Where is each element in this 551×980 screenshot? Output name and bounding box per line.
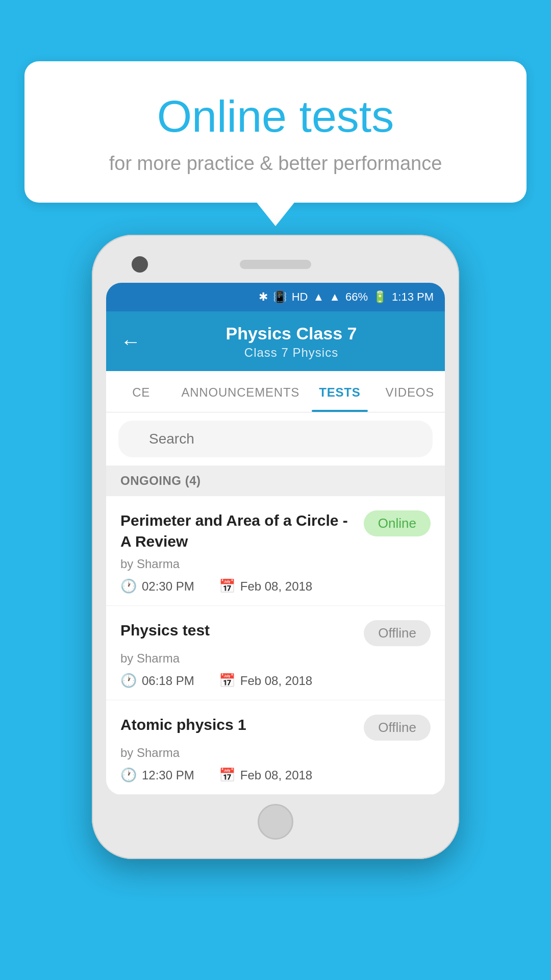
battery-percent: 66%: [345, 290, 368, 304]
test-item[interactable]: Perimeter and Area of a Circle - A Revie…: [106, 496, 445, 606]
hd-badge: HD: [292, 290, 308, 304]
phone-mockup: ✱ 📳 HD ▲ ▲ 66% 🔋 1:13 PM ← Physics Class…: [92, 235, 459, 859]
test-author: by Sharma: [120, 651, 431, 666]
date-value: Feb 08, 2018: [240, 674, 312, 688]
phone-bottom-sensor: [106, 795, 445, 845]
meta-time: 🕐 02:30 PM: [120, 578, 194, 594]
test-meta: 🕐 06:18 PM 📅 Feb 08, 2018: [120, 673, 431, 689]
date-value: Feb 08, 2018: [240, 579, 312, 594]
bubble-title: Online tests: [55, 92, 496, 141]
calendar-icon: 📅: [219, 578, 235, 594]
time-value: 06:18 PM: [142, 674, 194, 688]
status-badge: Online: [364, 510, 431, 536]
vibrate-icon: 📳: [273, 290, 287, 304]
search-input[interactable]: [118, 421, 433, 457]
search-wrap: 🔍: [106, 412, 445, 465]
back-button[interactable]: ←: [120, 330, 141, 353]
status-badge: Offline: [364, 620, 431, 646]
calendar-icon: 📅: [219, 673, 235, 689]
clock-icon: 🕐: [120, 767, 137, 783]
test-item-header: Perimeter and Area of a Circle - A Revie…: [120, 510, 431, 552]
phone-screen: ✱ 📳 HD ▲ ▲ 66% 🔋 1:13 PM ← Physics Class…: [106, 283, 445, 795]
time-value: 02:30 PM: [142, 579, 194, 594]
test-meta: 🕐 12:30 PM 📅 Feb 08, 2018: [120, 767, 431, 783]
test-title: Physics test: [120, 620, 356, 641]
test-meta: 🕐 02:30 PM 📅 Feb 08, 2018: [120, 578, 431, 594]
tabs-bar: CE ANNOUNCEMENTS TESTS VIDEOS: [106, 371, 445, 412]
signal-icon: ▲: [329, 290, 340, 304]
test-item-header: Atomic physics 1 Offline: [120, 715, 431, 741]
bubble-subtitle: for more practice & better performance: [55, 153, 496, 175]
clock-icon: 🕐: [120, 578, 137, 594]
page-title: Physics Class 7: [152, 324, 431, 344]
page-subtitle: Class 7 Physics: [152, 346, 431, 360]
calendar-icon: 📅: [219, 767, 235, 783]
test-author: by Sharma: [120, 557, 431, 571]
meta-date: 📅 Feb 08, 2018: [219, 767, 312, 783]
home-button[interactable]: [258, 804, 293, 840]
app-bar-title-wrap: Physics Class 7 Class 7 Physics: [152, 324, 431, 360]
tab-ce[interactable]: CE: [106, 371, 176, 412]
test-item[interactable]: Atomic physics 1 Offline by Sharma 🕐 12:…: [106, 700, 445, 795]
time-value: 12:30 PM: [142, 768, 194, 782]
status-badge: Offline: [364, 715, 431, 741]
bluetooth-icon: ✱: [259, 290, 268, 304]
clock-icon: 🕐: [120, 673, 137, 689]
status-icons: ✱ 📳 HD ▲ ▲ 66% 🔋 1:13 PM: [259, 290, 434, 304]
meta-date: 📅 Feb 08, 2018: [219, 578, 312, 594]
phone-top-area: [106, 249, 445, 283]
search-container: 🔍: [118, 421, 433, 457]
phone-camera-icon: [132, 256, 148, 273]
status-bar: ✱ 📳 HD ▲ ▲ 66% 🔋 1:13 PM: [106, 283, 445, 311]
phone-front-cam: [403, 256, 419, 273]
clock: 1:13 PM: [392, 290, 434, 304]
app-bar: ← Physics Class 7 Class 7 Physics: [106, 311, 445, 371]
meta-time: 🕐 06:18 PM: [120, 673, 194, 689]
test-item-header: Physics test Offline: [120, 620, 431, 646]
meta-date: 📅 Feb 08, 2018: [219, 673, 312, 689]
test-title: Perimeter and Area of a Circle - A Revie…: [120, 510, 356, 552]
date-value: Feb 08, 2018: [240, 768, 312, 782]
tab-announcements[interactable]: ANNOUNCEMENTS: [176, 371, 305, 412]
test-title: Atomic physics 1: [120, 715, 356, 736]
meta-time: 🕐 12:30 PM: [120, 767, 194, 783]
wifi-icon: ▲: [313, 290, 324, 304]
test-author: by Sharma: [120, 746, 431, 760]
tab-tests[interactable]: TESTS: [305, 371, 374, 412]
tab-videos[interactable]: VIDEOS: [375, 371, 445, 412]
phone-outer: ✱ 📳 HD ▲ ▲ 66% 🔋 1:13 PM ← Physics Class…: [92, 235, 459, 859]
battery-icon: 🔋: [373, 290, 387, 304]
section-header-ongoing: ONGOING (4): [106, 465, 445, 496]
phone-speaker: [240, 260, 311, 269]
test-item[interactable]: Physics test Offline by Sharma 🕐 06:18 P…: [106, 606, 445, 700]
speech-bubble: Online tests for more practice & better …: [24, 61, 527, 203]
